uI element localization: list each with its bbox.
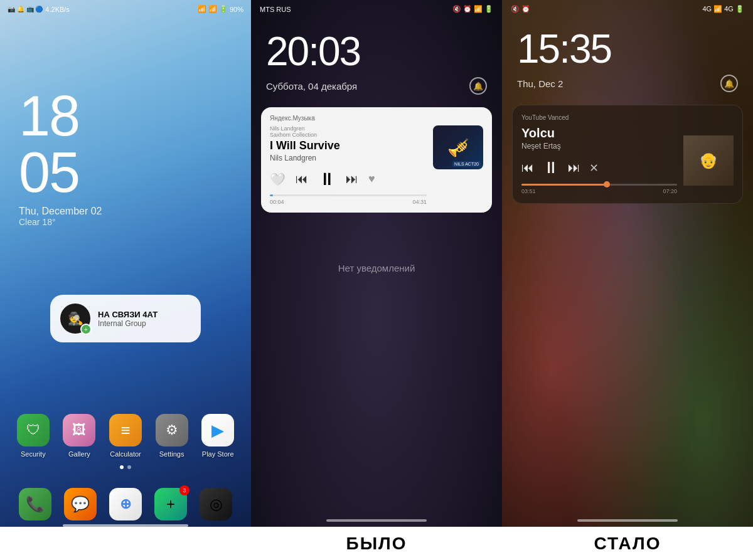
album-label-top: Nils LandgrenSaxhom Collection bbox=[270, 125, 427, 138]
album-badge: NILS ACT20 bbox=[452, 161, 481, 167]
playstore-icon: ▶ bbox=[201, 414, 234, 446]
progress-times: 00:04 04:31 bbox=[270, 199, 427, 205]
favorite-button[interactable]: 🤍 bbox=[270, 172, 286, 187]
next-button[interactable]: ⏭ bbox=[346, 172, 358, 186]
lock-date-row: Thu, Dec 2 🔔 bbox=[517, 75, 738, 92]
notif-status-bar: MTS RUS 🔇 ⏰ 📶 🔋 bbox=[251, 0, 502, 16]
play-button[interactable]: ⏸ bbox=[318, 169, 336, 189]
lock-time: 15:35 bbox=[517, 26, 738, 72]
music-app-name: Яндекс.Музыка bbox=[270, 115, 483, 122]
home-hour: 18 bbox=[19, 85, 79, 147]
progress-bar bbox=[270, 194, 427, 196]
app-security[interactable]: 🛡 Security bbox=[12, 414, 55, 458]
lock-screen-header: 15:35 Thu, Dec 2 🔔 bbox=[502, 16, 753, 92]
bell-icon[interactable]: 🔔 bbox=[469, 77, 487, 95]
notif-date: Суббота, 04 декабря bbox=[266, 81, 357, 92]
bottom-labels-bar: БЫЛО СТАЛО bbox=[0, 527, 753, 560]
notif-title: НА СВЯЗИ 4АТ bbox=[98, 310, 158, 319]
notification-screen: MTS RUS 🔇 ⏰ 📶 🔋 20:03 Суббота, 04 декабр… bbox=[251, 0, 502, 527]
security-label: Security bbox=[21, 450, 46, 458]
dot-2 bbox=[127, 465, 131, 469]
app-gallery[interactable]: 🖼 Gallery bbox=[58, 414, 100, 458]
home-minute: 05 bbox=[19, 141, 79, 204]
lock-nav-bar bbox=[577, 519, 678, 522]
app-calculator[interactable]: ≡ Calculator bbox=[104, 414, 147, 458]
prev-button[interactable]: ⏮ bbox=[296, 172, 308, 186]
home-clock: 18 05 Thu, December 02 Clear 18° bbox=[19, 88, 102, 227]
settings-icon: ⚙ bbox=[156, 414, 188, 446]
lock-play-button[interactable]: ⏸ bbox=[543, 158, 559, 177]
app-playstore[interactable]: ▶ Play Store bbox=[196, 414, 239, 458]
dock-whatsapp[interactable]: + 3 bbox=[154, 488, 187, 520]
lock-music-body: Yolcu Neşet Ertaş ⏮ ⏸ ⏭ ✕ bbox=[521, 126, 734, 194]
lock-controls: ⏮ ⏸ ⏭ ✕ bbox=[521, 158, 677, 177]
lock-status-bar: 🔇 ⏰ 4G 📶 4G 🔋 bbox=[502, 0, 753, 16]
lock-next-button[interactable]: ⏭ bbox=[568, 161, 580, 175]
dock-camera[interactable]: ◎ bbox=[200, 488, 232, 520]
dock-messages[interactable]: 💬 bbox=[64, 488, 97, 520]
notif-subtitle: Internal Group bbox=[98, 319, 158, 328]
security-icon: 🛡 bbox=[17, 414, 50, 446]
whatsapp-badge: 3 bbox=[179, 485, 190, 495]
heart-button[interactable]: ♥ bbox=[368, 172, 375, 186]
home-weather: Clear 18° bbox=[19, 217, 102, 227]
status-left: 📷 🔔 📺 🔵 4.2KB/s bbox=[8, 6, 70, 13]
lock-status-icons-left: 🔇 ⏰ bbox=[511, 5, 530, 13]
album-art-image: 🎺 bbox=[447, 137, 469, 158]
lock-progress-bar bbox=[521, 184, 677, 186]
lock-time-end: 07:20 bbox=[663, 188, 677, 194]
lock-bell-icon[interactable]: 🔔 bbox=[720, 75, 738, 92]
music-notification-card: Яндекс.Музыка Nils LandgrenSaxhom Collec… bbox=[261, 107, 492, 213]
music-artist: Nils Landgren bbox=[270, 154, 427, 162]
home-notification-card[interactable]: 🕵️ + НА СВЯЗИ 4АТ Internal Group bbox=[50, 295, 201, 342]
lock-status-icons-right: 4G 📶 4G 🔋 bbox=[702, 5, 744, 13]
notif-screen-header: 20:03 Суббота, 04 декабря 🔔 bbox=[251, 16, 502, 95]
progress-fill bbox=[270, 194, 273, 196]
speed-text: 4.2KB/s bbox=[45, 6, 70, 13]
time-start: 00:04 bbox=[270, 199, 284, 205]
music-controls: 🤍 ⏮ ⏸ ⏭ ♥ bbox=[270, 169, 427, 189]
bylo-label: БЫЛО bbox=[251, 534, 502, 554]
notif-time: 20:03 bbox=[266, 28, 487, 75]
home-time-display: 18 05 bbox=[19, 88, 102, 201]
lock-music-card: YouTube Vanced Yolcu Neşet Ertaş ⏮ ⏸ ⏭ ✕ bbox=[512, 105, 743, 204]
lock-progress-dot bbox=[604, 181, 610, 188]
home-status-bar: 📷 🔔 📺 🔵 4.2KB/s 📶 📶 🔋 90% bbox=[0, 0, 251, 16]
lock-prev-button[interactable]: ⏮ bbox=[521, 161, 534, 175]
lock-progress-times: 03:51 07:20 bbox=[521, 188, 677, 194]
calculator-label: Calculator bbox=[110, 450, 141, 458]
battery-text: 90% bbox=[230, 6, 243, 13]
apps-row: 🛡 Security 🖼 Gallery ≡ Calculator ⚙ Sett… bbox=[10, 414, 241, 458]
lock-close-button[interactable]: ✕ bbox=[589, 161, 599, 175]
lock-time-start: 03:51 bbox=[521, 188, 536, 194]
music-card-body: Nils LandgrenSaxhom Collection I Will Su… bbox=[270, 125, 483, 205]
notif-status-icons: 🔇 ⏰ 📶 🔋 bbox=[452, 5, 493, 13]
lock-screen: 🔇 ⏰ 4G 📶 4G 🔋 15:35 Thu, Dec 2 🔔 YouTube… bbox=[502, 0, 753, 527]
calculator-icon: ≡ bbox=[109, 414, 142, 446]
carrier-text: MTS RUS bbox=[260, 6, 291, 13]
music-progress: 00:04 04:31 bbox=[270, 194, 427, 205]
home-apps-grid: 🛡 Security 🖼 Gallery ≡ Calculator ⚙ Sett… bbox=[0, 414, 251, 477]
music-title: I Will Survive bbox=[270, 139, 427, 152]
album-art: 🎺 NILS ACT20 bbox=[433, 125, 483, 169]
notif-badge: + bbox=[80, 324, 92, 335]
dock-phone[interactable]: 📞 bbox=[19, 488, 51, 520]
dock-chrome[interactable]: ⊕ bbox=[109, 488, 142, 520]
lock-music-app: YouTube Vanced bbox=[521, 114, 734, 121]
lock-music-info: Yolcu Neşet Ertaş ⏮ ⏸ ⏭ ✕ bbox=[521, 126, 677, 194]
bottom-dock: 📞 💬 ⊕ + 3 ◎ bbox=[0, 488, 251, 520]
notif-date-row: Суббота, 04 декабря 🔔 bbox=[266, 77, 487, 95]
stalo-label: СТАЛО bbox=[502, 534, 753, 554]
home-nav-bar bbox=[63, 524, 188, 527]
music-info: Nils LandgrenSaxhom Collection I Will Su… bbox=[270, 125, 427, 205]
page-dots bbox=[10, 465, 241, 469]
lock-album-art: 👴 bbox=[683, 135, 734, 186]
playstore-label: Play Store bbox=[202, 450, 234, 458]
lock-music-title: Yolcu bbox=[521, 126, 677, 140]
app-settings[interactable]: ⚙ Settings bbox=[151, 414, 193, 458]
status-icons: 📷 🔔 📺 🔵 bbox=[8, 6, 43, 13]
gallery-icon: 🖼 bbox=[63, 414, 95, 446]
lock-date: Thu, Dec 2 bbox=[517, 78, 563, 89]
settings-label: Settings bbox=[159, 450, 184, 458]
time-end: 04:31 bbox=[412, 199, 427, 205]
